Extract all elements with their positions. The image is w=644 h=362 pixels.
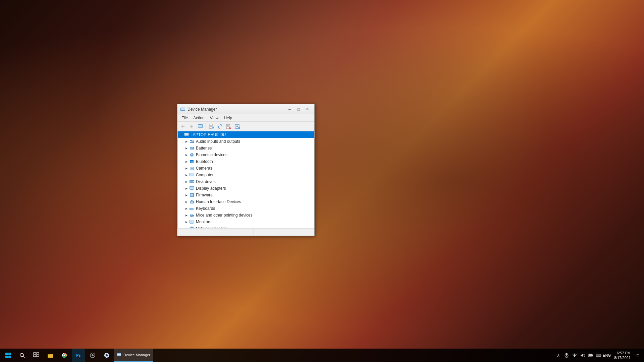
notification-center[interactable]: □ [635, 349, 641, 362]
svg-rect-103 [37, 355, 39, 357]
tree-root[interactable]: ▼ LAPTOP-EHUILI0U [178, 131, 314, 138]
minimize-button[interactable]: ─ [285, 106, 294, 113]
menu-view[interactable]: View [207, 115, 221, 121]
svg-rect-78 [190, 220, 194, 223]
back-button[interactable] [179, 123, 187, 130]
search-button[interactable] [15, 349, 29, 362]
svg-rect-100 [34, 353, 36, 354]
tray-network-icon[interactable] [571, 349, 578, 362]
app-button-6[interactable] [86, 349, 99, 362]
root-expand-arrow[interactable]: ▼ [178, 132, 184, 137]
item-expand-arrow[interactable]: ▶ [184, 213, 189, 218]
svg-rect-1 [181, 108, 185, 110]
item-label: Display adapters [196, 186, 226, 191]
item-expand-arrow[interactable]: ▶ [184, 226, 189, 228]
scan-button[interactable] [233, 123, 241, 130]
window-icon [180, 107, 185, 112]
svg-rect-95 [8, 353, 11, 355]
item-label: Monitors [196, 220, 211, 224]
svg-rect-121 [589, 354, 592, 356]
svg-rect-73 [192, 208, 193, 209]
status-bar [177, 228, 314, 236]
item-expand-arrow[interactable]: ▶ [184, 206, 189, 211]
date-display: 8/17/2021 [614, 355, 631, 360]
start-button[interactable] [1, 349, 15, 362]
svg-rect-65 [191, 195, 193, 196]
tree-item[interactable]: ▶ Display adapters [178, 185, 314, 192]
item-expand-arrow[interactable]: ▶ [184, 145, 189, 151]
device-manager-taskbar[interactable]: Device Manager [114, 349, 153, 362]
item-expand-arrow[interactable]: ▶ [184, 219, 189, 225]
computer-button[interactable] [196, 123, 204, 130]
svg-rect-72 [191, 208, 192, 209]
taskbar-app-label: Device Manager [123, 353, 150, 357]
item-icon [189, 139, 195, 144]
svg-rect-3 [181, 111, 184, 111]
svg-rect-42 [191, 148, 193, 148]
taskbar: Ps Device Manager ∧ [0, 349, 644, 362]
item-icon: B [189, 159, 195, 164]
tree-item[interactable]: ▶ Biometric devices [178, 152, 314, 158]
tree-item[interactable]: ▶ Batteries [178, 145, 314, 152]
item-label: Biometric devices [196, 153, 227, 157]
svg-rect-68 [191, 200, 193, 201]
item-expand-arrow[interactable]: ▶ [184, 152, 189, 158]
item-expand-arrow[interactable]: ▶ [184, 179, 189, 184]
tray-battery-icon[interactable] [587, 349, 594, 362]
tree-item[interactable]: ▶ B Bluetooth [178, 158, 314, 165]
uninstall-button[interactable] [225, 123, 233, 130]
item-expand-arrow[interactable]: ▶ [184, 166, 189, 171]
tree-item[interactable]: ▶ Computer [178, 172, 314, 178]
svg-line-99 [23, 356, 24, 358]
properties-button[interactable]: i [207, 123, 215, 130]
item-label: Batteries [196, 146, 212, 150]
svg-rect-32 [184, 133, 189, 135]
tree-item[interactable]: ▶ Mice and other pointing devices [178, 212, 314, 219]
forward-button[interactable] [187, 123, 196, 130]
window-title: Device Manager [187, 107, 285, 112]
menu-action[interactable]: Action [191, 115, 207, 121]
tree-item[interactable]: ▶ Disk drives [178, 178, 314, 185]
chrome-button[interactable] [58, 349, 71, 362]
item-label: Bluetooth [196, 159, 213, 164]
item-icon [189, 213, 195, 218]
tree-item[interactable]: ▶ Keyboards [178, 205, 314, 212]
photoshop-button[interactable]: Ps [72, 349, 85, 362]
tray-keyboard-icon[interactable]: ⌨ [595, 349, 602, 362]
svg-rect-97 [8, 356, 11, 358]
tray-lang-label[interactable]: ENG [603, 349, 610, 362]
tree-item[interactable]: ▶ Monitors [178, 219, 314, 225]
file-explorer-button[interactable] [44, 349, 57, 362]
svg-rect-105 [48, 354, 50, 355]
item-expand-arrow[interactable]: ▶ [184, 139, 189, 144]
tray-mic-icon[interactable] [563, 349, 570, 362]
item-expand-arrow[interactable]: ▶ [184, 199, 189, 204]
update-button[interactable] [216, 123, 224, 130]
maximize-button[interactable]: □ [294, 106, 303, 113]
item-expand-arrow[interactable]: ▶ [184, 192, 189, 198]
menu-file[interactable]: File [179, 115, 191, 121]
tree-item[interactable]: ▶ Cameras [178, 165, 314, 172]
tray-volume-icon[interactable] [579, 349, 586, 362]
svg-rect-11 [198, 127, 202, 128]
svg-rect-62 [190, 189, 194, 190]
clock[interactable]: 6:57 PM 8/17/2021 [611, 351, 633, 360]
tree-item[interactable]: ▶ Audio inputs and outputs [178, 138, 314, 145]
item-expand-arrow[interactable]: ▶ [184, 172, 189, 178]
item-icon [189, 219, 195, 225]
tree-item[interactable]: ▶ Human Interface Devices [178, 198, 314, 205]
item-expand-arrow[interactable]: ▶ [184, 159, 189, 164]
svg-rect-115 [566, 353, 568, 356]
tree-item[interactable]: ▶ Network adapters [178, 225, 314, 228]
item-expand-arrow[interactable]: ▶ [184, 186, 189, 191]
close-button[interactable]: ✕ [303, 106, 312, 113]
root-label: LAPTOP-EHUILI0U [191, 132, 226, 137]
tray-up-arrow[interactable]: ∧ [555, 349, 562, 362]
item-label: Audio inputs and outputs [196, 139, 240, 144]
tree-item[interactable]: ▶ Firmware [178, 192, 314, 198]
device-tree[interactable]: ▼ LAPTOP-EHUILI0U ▶ Audio inputs and out… [177, 131, 314, 228]
svg-point-44 [191, 154, 193, 155]
menu-help[interactable]: Help [221, 115, 235, 121]
task-view-button[interactable] [30, 349, 43, 362]
svg-point-108 [64, 355, 65, 356]
